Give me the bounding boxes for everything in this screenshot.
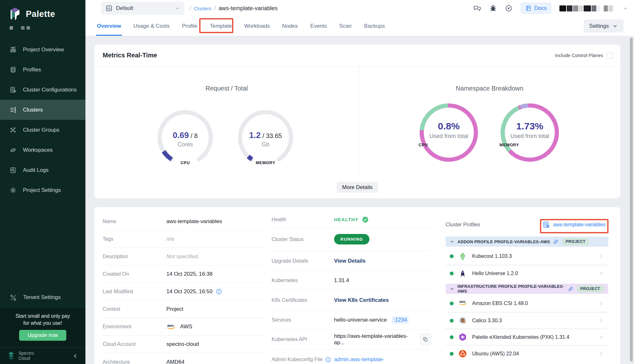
hello-universe-icon	[458, 269, 467, 278]
settings-button[interactable]: Settings	[584, 19, 623, 33]
health-status: HEALTHY	[334, 217, 359, 222]
view-k8s-certificates-link[interactable]: View K8s Certificates	[334, 297, 389, 303]
book-icon	[525, 5, 532, 11]
sidebar-item-audit-logs[interactable]: Audit Logs	[0, 160, 85, 180]
addon-profile-items: Kubecost 1.103.3 Hello Universe 1.2.0	[446, 248, 608, 281]
memory-unit: Gb	[235, 141, 296, 148]
aws-icon: aws	[166, 323, 177, 330]
copy-button[interactable]	[420, 334, 431, 345]
ubuntu-icon	[458, 349, 467, 358]
cpu-used-percent: 0.8%	[419, 121, 479, 132]
more-details-button[interactable]: More Details	[337, 182, 378, 193]
detail-row-upgrade-details: Upgrade Details View Details	[272, 251, 431, 271]
topbar-actions: Docs	[473, 3, 628, 14]
infrastructure-profile-section-header[interactable]: INFRASTRUCTURE PROFILE PROFILE-VARIABLES…	[446, 284, 608, 294]
document-check-icon	[10, 86, 17, 93]
tabs: Overview Usage & Costs Profile Template …	[97, 17, 385, 36]
sidebar-collapse-chevron[interactable]	[72, 353, 78, 359]
sidebar-item-label: Workspaces	[23, 147, 53, 153]
details-left-column: Name aws-template-variables Tags n/a Des…	[103, 213, 265, 364]
infrastructure-profile-name: INFRASTRUCTURE PROFILE PROFILE-VARIABLES…	[457, 284, 565, 294]
sidebar-item-label: Profiles	[23, 67, 41, 73]
profile-item-ubuntu[interactable]: Ubuntu (AWS) 22.04	[446, 345, 608, 361]
cpu-request-value: 0.69	[173, 130, 189, 140]
chevron-down-icon	[612, 23, 618, 29]
cpu-donut-label: CPU	[419, 142, 479, 147]
info-icon[interactable]	[216, 288, 222, 295]
chevron-right-icon	[598, 253, 604, 259]
redacted-project-block	[21, 26, 25, 30]
view-details-link[interactable]: View Details	[334, 258, 366, 264]
sidebar-item-cluster-configurations[interactable]: Cluster Configurations	[0, 80, 85, 100]
detail-row-health: Health HEALTHY	[272, 212, 431, 228]
profile-document-icon	[543, 221, 550, 229]
metrics-real-time-card: Metrics Real-Time Include Control Planes…	[94, 45, 620, 198]
chat-icon[interactable]	[473, 4, 481, 12]
tab-scan[interactable]: Scan	[339, 17, 352, 36]
svg-text:aws: aws	[167, 324, 174, 327]
network-icon	[10, 127, 17, 134]
sidebar-item-profiles[interactable]: Profiles	[0, 60, 85, 80]
cluster-details-card: Name aws-template-variables Tags n/a Des…	[94, 207, 620, 364]
tab-events[interactable]: Events	[310, 17, 327, 36]
profile-item-kubecost[interactable]: Kubecost 1.103.3	[446, 248, 608, 265]
profile-item-hello-universe[interactable]: Hello Universe 1.2.0	[446, 265, 608, 281]
tab-usage-costs[interactable]: Usage & Costs	[133, 17, 170, 36]
sidebar-item-workspaces[interactable]: Workspaces	[0, 140, 85, 160]
memory-total-value: / 33.65	[262, 132, 282, 139]
detail-row-cluster-status: Cluster Status RUNNING	[272, 228, 431, 251]
detail-row-cloud-account: Cloud Account spectro-cloud	[103, 336, 265, 353]
sidebar-item-clusters[interactable]: Clusters	[0, 100, 85, 120]
sidebar-item-project-overview[interactable]: Project Overview	[0, 40, 85, 60]
sidebar-item-tenant-settings[interactable]: Tenant Settings	[0, 288, 85, 307]
service-name: hello-universe-service	[334, 317, 387, 323]
sidebar-item-label: Project Settings	[23, 187, 61, 193]
palette-logo[interactable]: Palette	[8, 7, 55, 21]
bar-chart-icon	[10, 46, 17, 53]
tab-profile[interactable]: Profile	[182, 17, 198, 36]
chevron-down-icon	[450, 287, 454, 291]
detail-row-created-on: Created On 14 Oct 2025, 16:38	[103, 266, 265, 283]
page-scrollbar[interactable]	[630, 38, 633, 361]
kubernetes-api-url: https://aws-template-variables-ap...	[334, 333, 414, 346]
orbit-icon	[10, 147, 17, 154]
profile-item-calico[interactable]: Calico 3.30.3	[446, 312, 608, 328]
include-control-planes-checkbox[interactable]	[607, 52, 613, 59]
service-port-link[interactable]: :1234	[392, 316, 409, 324]
sidebar-item-label: Clusters	[23, 107, 43, 113]
upgrade-now-button[interactable]: Upgrade now	[19, 330, 66, 341]
docs-button[interactable]: Docs	[521, 3, 551, 14]
cluster-profile-link[interactable]: aws-template-variables	[543, 221, 608, 229]
tab-overview[interactable]: Overview	[97, 17, 121, 36]
cpu-donut-ring	[419, 102, 479, 163]
check-circle-icon	[362, 216, 369, 223]
account-menu-chevron[interactable]	[623, 6, 628, 11]
chevron-right-icon	[598, 351, 604, 357]
profile-item-pxk[interactable]: Palette eXtended Kubernetes (PXK) 1.31.4	[446, 328, 608, 345]
tab-workloads[interactable]: Workloads	[244, 17, 270, 36]
profile-item-amazon-ebs-csi[interactable]: aws Amazon EBS CSI 1.48.0	[446, 295, 608, 312]
sidebar-item-cluster-groups[interactable]: Cluster Groups	[0, 120, 85, 140]
project-selector-dropdown[interactable]: Default	[101, 2, 184, 15]
chevron-down-icon	[450, 239, 454, 244]
tab-backups[interactable]: Backups	[364, 17, 385, 36]
detail-row-last-modified: Last Modified 14 Oct 2025, 16:50	[103, 283, 265, 301]
compass-icon[interactable]	[505, 4, 513, 12]
addon-profile-section-header[interactable]: ADDON PROFILE PROFILE-VARIABLES-AWS PROJ…	[446, 237, 608, 247]
cpu-total-value: / 8	[191, 132, 198, 139]
breadcrumb-clusters-link[interactable]: Clusters	[194, 6, 211, 11]
gear-icon	[10, 187, 17, 194]
promo-text-line2: for what you use!	[0, 320, 85, 327]
sidebar-item-project-settings[interactable]: Project Settings	[0, 180, 85, 200]
addon-profile-name: ADDON PROFILE PROFILE-VARIABLES-AWS	[457, 239, 550, 244]
bug-report-icon[interactable]	[489, 4, 497, 12]
tab-nodes[interactable]: Nodes	[282, 17, 298, 36]
request-total-panel: Request / Total 0.69 / 8 Cores CPU 1.2 /…	[94, 66, 359, 178]
project-badge: PROJECT	[577, 285, 604, 292]
info-icon[interactable]	[325, 357, 331, 363]
detail-row-context: Context Project	[103, 301, 265, 318]
breadcrumb-separator: /	[214, 5, 215, 11]
redacted-project-block	[10, 26, 13, 30]
tab-template[interactable]: Template	[209, 17, 232, 36]
admin-kubeconfig-link[interactable]: admin.aws-template-	[334, 356, 384, 363]
